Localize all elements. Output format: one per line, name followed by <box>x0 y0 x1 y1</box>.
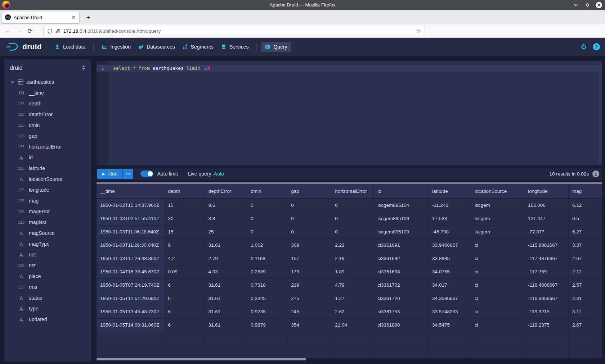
table-cell[interactable]: 0 <box>247 225 287 238</box>
table-cell[interactable]: 157 <box>287 252 331 265</box>
table-cell[interactable]: 0 <box>331 212 374 225</box>
horizontal-scrollbar[interactable] <box>97 358 602 360</box>
column-item-status[interactable]: Astatus <box>4 292 91 303</box>
table-cell[interactable]: 34.3586667 <box>429 292 471 305</box>
column-item-type[interactable]: Atype <box>4 303 91 314</box>
schema-selector[interactable]: druid <box>10 65 23 71</box>
live-query-value[interactable]: Auto <box>214 171 224 177</box>
table-cell[interactable]: 0 <box>287 225 331 238</box>
column-item-magsource[interactable]: AmagSource <box>4 228 91 238</box>
table-cell[interactable]: 17.533 <box>429 212 471 225</box>
nav-item-services[interactable]: Services <box>217 42 252 52</box>
column-item-deptherror[interactable]: 123depthError <box>4 109 91 120</box>
table-cell[interactable]: iscgem <box>471 225 524 238</box>
table-cell[interactable]: 15 <box>164 199 205 212</box>
column-item-magnst[interactable]: 123magNst <box>4 217 91 228</box>
table-cell[interactable]: 6 <box>164 278 205 292</box>
sql-text[interactable]: select * from earthquakes limit 10 <box>113 65 210 72</box>
table-cell[interactable]: 0 <box>287 199 331 212</box>
table-cell[interactable]: ci <box>471 252 524 265</box>
table-cell[interactable]: ci3361692 <box>374 252 429 265</box>
table-cell[interactable]: 4.79 <box>331 278 374 292</box>
table-cell[interactable]: 31.61 <box>205 238 247 252</box>
table-cell[interactable]: 2.31 <box>568 292 602 305</box>
table-cell[interactable]: 2.12 <box>568 265 602 278</box>
column-item-longitude[interactable]: 123longitude <box>4 185 91 195</box>
table-cell[interactable]: 354 <box>287 318 331 332</box>
table-cell[interactable]: 2.57 <box>568 278 602 292</box>
column-item-dmin[interactable]: 123dmin <box>4 120 91 131</box>
table-cell[interactable]: ci3361890 <box>374 318 429 332</box>
table-cell[interactable]: ci <box>471 292 524 305</box>
live-query-control[interactable]: Live query: Auto <box>188 171 224 177</box>
table-cell[interactable]: 2.79 <box>205 252 247 265</box>
table-cell[interactable]: 239 <box>287 278 331 292</box>
table-cell[interactable]: 6 <box>164 305 205 318</box>
table-cell[interactable]: -77.077 <box>524 225 569 238</box>
run-more-button[interactable]: ••• <box>122 169 133 179</box>
table-cell[interactable]: 3.37 <box>568 238 602 252</box>
back-button[interactable]: ← <box>3 26 14 36</box>
table-cell[interactable]: 0.09 <box>164 265 205 278</box>
column-item-id[interactable]: Aid <box>4 152 91 163</box>
table-cell[interactable]: 1950-01-05T07:24:19.740Z <box>97 278 164 292</box>
table-cell[interactable]: 0 <box>331 225 374 238</box>
maximize-icon[interactable] <box>584 2 591 8</box>
column-header-longitude[interactable]: longitude <box>524 184 569 199</box>
table-cell[interactable]: 6 <box>164 238 205 252</box>
table-cell[interactable]: 0.3325 <box>247 292 287 305</box>
column-item-magtype[interactable]: AmagType <box>4 238 91 249</box>
table-cell[interactable]: 1950-01-03T02:51:55.410Z <box>97 212 164 225</box>
datasource-row[interactable]: earthquakes <box>4 77 91 87</box>
table-cell[interactable]: 15 <box>164 225 205 238</box>
reload-button[interactable]: ⟳ <box>24 26 35 36</box>
auto-limit-toggle[interactable] <box>140 170 153 177</box>
table-cell[interactable]: ci <box>471 238 524 252</box>
table-cell[interactable]: ci <box>471 305 524 318</box>
table-cell[interactable]: ci3361720 <box>374 292 429 305</box>
table-cell[interactable]: 2.23 <box>331 238 374 252</box>
table-cell[interactable]: ci3361702 <box>374 278 429 292</box>
column-header-mag[interactable]: mag <box>568 184 602 199</box>
table-cell[interactable]: 34.5475 <box>429 318 471 332</box>
table-cell[interactable]: 31.61 <box>205 305 247 318</box>
table-cell[interactable]: 6 <box>164 292 205 305</box>
table-cell[interactable]: -117.4376667 <box>524 252 569 265</box>
table-cell[interactable]: -45.798 <box>429 225 471 238</box>
table-cell[interactable]: 1.27 <box>331 292 374 305</box>
table-cell[interactable]: -116.4006667 <box>524 278 569 292</box>
table-cell[interactable]: 31.61 <box>205 318 247 332</box>
table-cell[interactable]: ci <box>471 278 524 292</box>
table-cell[interactable]: -117.759 <box>524 265 569 278</box>
table-cell[interactable]: 31.61 <box>205 278 247 292</box>
table-cell[interactable]: 0 <box>247 212 287 225</box>
table-cell[interactable]: 3.11 <box>568 305 602 318</box>
column-item-nst[interactable]: 123nst <box>4 260 91 271</box>
table-cell[interactable]: 0.9235 <box>247 305 287 318</box>
column-item-rms[interactable]: 123rms <box>4 282 91 292</box>
table-cell[interactable]: 1950-01-04T16:38:45.670Z <box>97 265 164 278</box>
table-cell[interactable]: 121.447 <box>524 212 569 225</box>
table-cell[interactable]: 2.67 <box>568 318 602 332</box>
table-cell[interactable]: 31.61 <box>205 292 247 305</box>
table-cell[interactable]: 4.03 <box>205 265 247 278</box>
table-cell[interactable]: ci3361753 <box>374 305 429 318</box>
table-cell[interactable]: 275 <box>287 292 331 305</box>
table-cell[interactable]: 33.9406667 <box>429 238 471 252</box>
table-cell[interactable]: 0 <box>331 199 374 212</box>
table-cell[interactable]: 6 <box>164 318 205 332</box>
table-cell[interactable]: 6.5 <box>568 212 602 225</box>
minimize-icon[interactable] <box>573 2 579 8</box>
table-cell[interactable]: 0.7318 <box>247 278 287 292</box>
window-close-icon[interactable] <box>596 2 602 8</box>
table-cell[interactable]: 30 <box>164 212 205 225</box>
run-button[interactable]: ▶ Run <box>97 169 122 179</box>
column-item-locationsource[interactable]: AlocationSource <box>4 174 91 185</box>
table-cell[interactable]: 1950-01-03T11:26:30.040Z <box>97 238 164 252</box>
table-cell[interactable]: iscgem <box>471 212 524 225</box>
chevron-down-icon[interactable] <box>10 80 15 85</box>
table-cell[interactable]: 33.5748333 <box>429 305 471 318</box>
table-cell[interactable]: -11.242 <box>429 199 471 212</box>
new-tab-button[interactable]: + <box>83 13 93 23</box>
column-header--time[interactable]: __time <box>97 184 164 199</box>
